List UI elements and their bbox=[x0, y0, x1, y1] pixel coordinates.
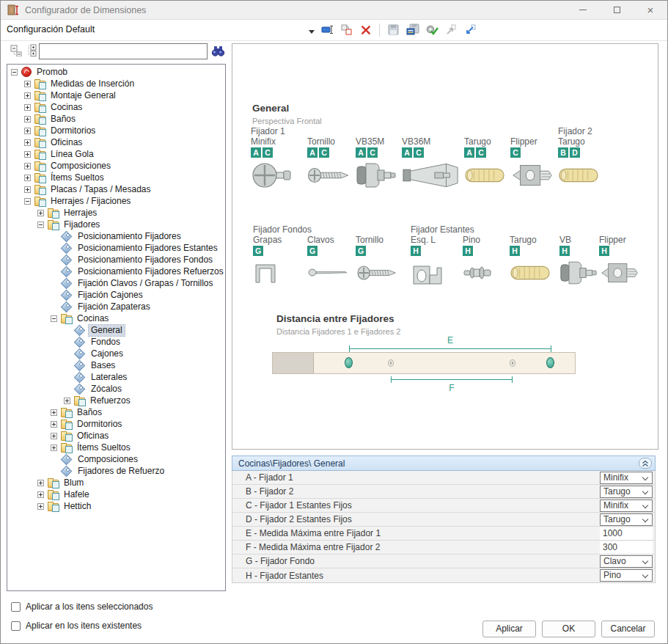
tree-item[interactable]: Posicionamiento Fijadores Fondos bbox=[7, 254, 225, 266]
tree-item[interactable]: Posicionamiento Fijadores bbox=[7, 230, 225, 242]
tree-expander-icon[interactable] bbox=[37, 210, 44, 216]
tree-expander-icon[interactable] bbox=[37, 491, 44, 498]
tree-item[interactable]: Fondos bbox=[7, 336, 225, 348]
tree-item[interactable]: Dormitorios bbox=[7, 418, 225, 430]
tree-expander-icon[interactable] bbox=[51, 433, 57, 439]
apply-selected-items-checkbox[interactable]: Aplicar a los itens seleccionados bbox=[11, 601, 153, 612]
property-select[interactable]: Minifix bbox=[600, 472, 653, 484]
tree-expander-icon[interactable] bbox=[24, 163, 31, 169]
maximize-button[interactable] bbox=[600, 1, 634, 19]
tree-expander-icon[interactable] bbox=[51, 315, 57, 322]
configuration-tree[interactable]: Promob Medidas de Inserción Montaje Gene… bbox=[7, 64, 226, 591]
tree-expander-icon[interactable] bbox=[24, 139, 31, 146]
property-select[interactable]: Clavo bbox=[600, 555, 653, 568]
tree-expander-icon[interactable] bbox=[51, 421, 57, 428]
close-button[interactable]: × bbox=[634, 1, 667, 19]
expand-all-icon[interactable] bbox=[26, 44, 39, 59]
duplicate-configuration-icon[interactable] bbox=[339, 23, 353, 37]
property-row: D - Fijador 2 Estantes Fijos Tarugo bbox=[232, 513, 655, 527]
tree-item[interactable]: Línea Gola bbox=[7, 148, 225, 160]
tree-item[interactable]: Ítems Sueltos bbox=[7, 172, 225, 183]
tree-expander-icon[interactable] bbox=[24, 104, 31, 111]
tree-item[interactable]: Montaje General bbox=[7, 89, 225, 101]
fastener-name: Minifix bbox=[251, 136, 309, 147]
save-to-database-icon[interactable] bbox=[405, 23, 419, 37]
configuration-combo[interactable]: Configuración Default bbox=[7, 24, 95, 34]
apply-existing-items-checkbox[interactable]: Aplicar en los itens existentes bbox=[11, 621, 142, 631]
import-configuration-icon[interactable] bbox=[463, 23, 477, 37]
property-input[interactable]: 300 bbox=[600, 541, 653, 554]
checkbox-icon[interactable] bbox=[11, 621, 21, 631]
tree-item[interactable]: Dormitorios bbox=[7, 125, 225, 136]
tree-item[interactable]: Composiciones bbox=[7, 453, 225, 465]
tree-item[interactable]: Herrajes / Fijaciones bbox=[7, 195, 225, 207]
tree-item[interactable]: Zócalos bbox=[7, 383, 225, 395]
tree-item[interactable]: Baños bbox=[7, 406, 225, 418]
delete-configuration-icon[interactable] bbox=[359, 23, 372, 37]
property-select[interactable]: Pino bbox=[600, 569, 653, 582]
tree-item[interactable]: Oficinas bbox=[7, 136, 225, 148]
tree-expander-icon[interactable] bbox=[24, 175, 31, 181]
tree-expander-icon[interactable] bbox=[24, 198, 31, 205]
property-select[interactable]: Tarugo bbox=[600, 513, 653, 526]
properties-header[interactable]: Cocinas\Fijadores\ General bbox=[232, 455, 656, 471]
apply-button[interactable]: Aplicar bbox=[482, 621, 536, 637]
tree-item[interactable]: Fijadores de Refuerzo bbox=[7, 465, 225, 477]
chevron-down-icon[interactable] bbox=[309, 30, 315, 34]
tree-expander-icon[interactable] bbox=[24, 92, 31, 99]
tree-item[interactable]: Oficinas bbox=[7, 430, 225, 442]
tree-item[interactable]: Posicionamiento Fijadores Estantes bbox=[7, 242, 225, 254]
apply-configuration-icon[interactable] bbox=[425, 23, 438, 37]
tree-item[interactable]: Placas / Tapas / Mesadas bbox=[7, 183, 225, 195]
tree-item[interactable]: Cajones bbox=[7, 348, 225, 359]
collapse-panel-button[interactable] bbox=[639, 458, 652, 469]
tree-item[interactable]: Bases bbox=[7, 359, 225, 371]
ok-button[interactable]: OK bbox=[542, 621, 595, 637]
save-icon[interactable] bbox=[386, 23, 400, 37]
tree-item[interactable]: Cocinas bbox=[7, 312, 225, 324]
fastener-prefix: Fijador 2 bbox=[558, 126, 617, 136]
tree-item[interactable]: Refuerzos bbox=[7, 395, 225, 406]
tree-item[interactable]: Fijación Cajones bbox=[7, 289, 225, 301]
tree-item[interactable]: Baños bbox=[7, 113, 225, 125]
tree-expander-icon[interactable] bbox=[37, 503, 44, 510]
tree-item[interactable]: General bbox=[7, 324, 225, 336]
tree-expander-icon[interactable] bbox=[24, 186, 31, 193]
tree-item[interactable]: Posicionamiento Fijadores Refuerzos bbox=[7, 266, 225, 277]
tree-item[interactable]: Ítems Sueltos bbox=[7, 442, 225, 453]
tree-item[interactable]: Composiciones bbox=[7, 160, 225, 172]
tree-item[interactable]: Cocinas bbox=[7, 101, 225, 113]
collapse-all-icon[interactable] bbox=[10, 44, 23, 59]
tree-expander-icon[interactable] bbox=[24, 151, 31, 158]
tree-expander-icon[interactable] bbox=[37, 480, 44, 486]
checkbox-icon[interactable] bbox=[11, 602, 21, 612]
tree-expander-icon[interactable] bbox=[24, 128, 31, 134]
tree-item[interactable]: Fijación Zapateras bbox=[7, 301, 225, 312]
tree-item[interactable]: Laterales bbox=[7, 371, 225, 383]
property-select[interactable]: Tarugo bbox=[600, 486, 653, 498]
tree-expander-icon[interactable] bbox=[37, 222, 44, 228]
tree-item[interactable]: Herrajes bbox=[7, 207, 225, 219]
rename-configuration-icon[interactable] bbox=[320, 23, 334, 37]
tree-expander-icon[interactable] bbox=[51, 409, 57, 416]
tree-expander-icon[interactable] bbox=[11, 69, 18, 76]
export-configuration-icon[interactable] bbox=[444, 23, 458, 37]
tree-expander-icon[interactable] bbox=[24, 116, 31, 122]
tree-item[interactable]: Hettich bbox=[7, 500, 225, 512]
tree-item[interactable]: Fijadores bbox=[7, 219, 225, 230]
search-icon[interactable] bbox=[211, 45, 225, 60]
tree-expander-icon[interactable] bbox=[24, 81, 31, 87]
tree-item[interactable]: Hafele bbox=[7, 489, 225, 500]
minimize-button[interactable] bbox=[566, 1, 600, 19]
tree-expander-icon[interactable] bbox=[64, 398, 70, 404]
tree-item[interactable]: Blum bbox=[7, 477, 225, 489]
tree-item-label: Promob bbox=[34, 67, 70, 78]
tree-item[interactable]: Fijación Clavos / Grapas / Tornillos bbox=[7, 277, 225, 289]
tree-item[interactable]: Medidas de Inserción bbox=[7, 78, 225, 89]
search-input[interactable] bbox=[39, 43, 208, 59]
tree-item[interactable]: Promob bbox=[7, 66, 225, 78]
property-input[interactable]: 1000 bbox=[600, 527, 653, 540]
property-select[interactable]: Minifix bbox=[600, 500, 653, 512]
cancel-button[interactable]: Cancelar bbox=[601, 621, 655, 637]
tree-expander-icon[interactable] bbox=[51, 444, 57, 451]
